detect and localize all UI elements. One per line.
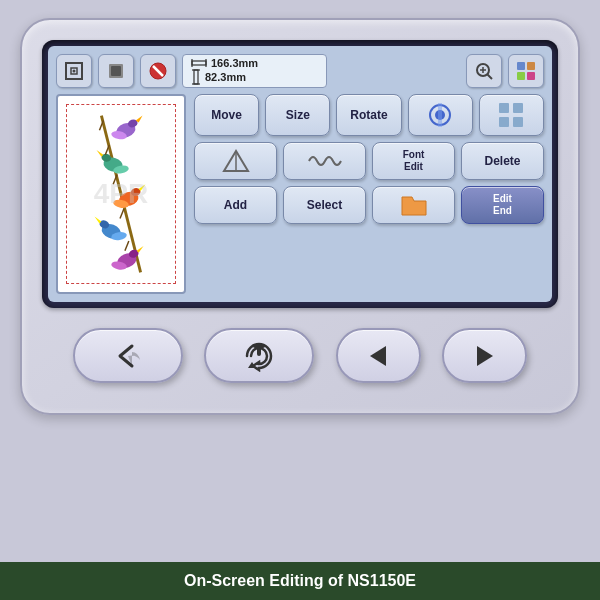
svg-point-2: [73, 70, 76, 73]
content-area: 4PR: [56, 94, 544, 294]
delete-button[interactable]: Delete: [461, 142, 544, 180]
btn-row-2: FontEdit Delete: [194, 142, 544, 180]
machine-body: 166.3mm 82.3mm: [20, 18, 580, 415]
svg-rect-48: [513, 117, 523, 127]
svg-rect-4: [111, 66, 121, 76]
select-button[interactable]: Select: [283, 186, 366, 224]
screen-outer: 166.3mm 82.3mm: [42, 40, 558, 308]
svg-rect-46: [513, 103, 523, 113]
next-button[interactable]: [442, 328, 527, 383]
title-text: On-Screen Editing of NS1150E: [184, 572, 416, 589]
svg-marker-55: [477, 346, 493, 366]
svg-rect-7: [192, 61, 206, 65]
prev-button[interactable]: [336, 328, 421, 383]
svg-rect-10: [194, 70, 198, 84]
move-button[interactable]: Move: [194, 94, 259, 136]
top-bar: 166.3mm 82.3mm: [56, 54, 544, 88]
button-grid: Move Size Rotate: [194, 94, 544, 294]
nav-buttons: [42, 328, 558, 383]
folder-button[interactable]: [372, 186, 455, 224]
height-dimension: 82.3mm: [205, 71, 246, 83]
wave-button[interactable]: [283, 142, 366, 180]
rotate-button[interactable]: Rotate: [336, 94, 401, 136]
add-button[interactable]: Add: [194, 186, 277, 224]
thread-button[interactable]: [408, 94, 473, 136]
edit-end-button[interactable]: EditEnd: [461, 186, 544, 224]
watermark: 4PR: [94, 178, 148, 210]
svg-rect-53: [253, 344, 265, 348]
preview-panel: 4PR: [56, 94, 186, 294]
svg-rect-18: [527, 62, 535, 70]
screen: 166.3mm 82.3mm: [48, 46, 552, 302]
update-button[interactable]: [204, 328, 314, 383]
width-dimension: 166.3mm: [211, 57, 258, 69]
svg-marker-54: [370, 346, 386, 366]
no-icon-btn[interactable]: [140, 54, 176, 88]
grid-button[interactable]: [479, 94, 544, 136]
btn-row-3: Add Select EditEnd: [194, 186, 544, 224]
bottom-label: On-Screen Editing of NS1150E: [0, 562, 600, 600]
btn-row-1: Move Size Rotate: [194, 94, 544, 136]
svg-rect-20: [527, 72, 535, 80]
bars-icon-btn[interactable]: [508, 54, 544, 88]
back-button[interactable]: [73, 328, 183, 383]
svg-rect-19: [517, 72, 525, 80]
size-button[interactable]: Size: [265, 94, 330, 136]
zoom-icon-btn[interactable]: [466, 54, 502, 88]
frame-icon-btn[interactable]: [56, 54, 92, 88]
svg-rect-45: [499, 103, 509, 113]
dimension-display: 166.3mm 82.3mm: [182, 54, 327, 88]
svg-line-14: [488, 75, 493, 80]
svg-rect-17: [517, 62, 525, 70]
layer-icon-btn[interactable]: [98, 54, 134, 88]
triangle-button[interactable]: [194, 142, 277, 180]
svg-rect-47: [499, 117, 509, 127]
font-edit-button[interactable]: FontEdit: [372, 142, 455, 180]
svg-rect-44: [438, 103, 442, 127]
